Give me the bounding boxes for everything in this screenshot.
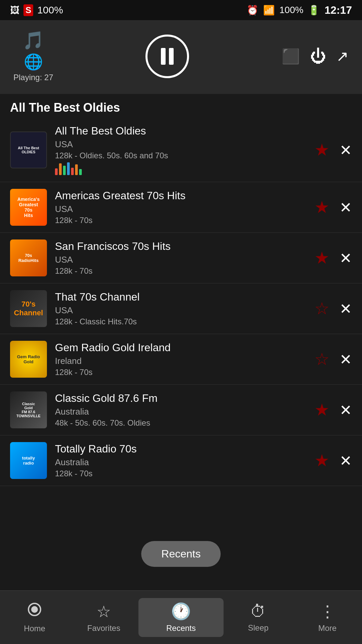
- recents-tooltip: Recents: [141, 541, 221, 567]
- radio-app-icon: S: [23, 4, 33, 16]
- station-country: USA: [55, 255, 314, 265]
- favorite-star-button[interactable]: ☆: [314, 299, 329, 318]
- station-info: All The Best OldiesUSA128k - Oldies. 50s…: [55, 125, 314, 175]
- signal-number: 100%: [37, 4, 63, 16]
- station-info: That 70s ChannelUSA128k - Classic Hits.7…: [55, 291, 314, 326]
- station-logo: America's Greatest 70s Hits: [10, 189, 47, 226]
- favorite-star-button[interactable]: ★: [314, 198, 329, 217]
- section-title: All The Best Oldies: [0, 94, 362, 118]
- stop-button[interactable]: ⬛: [282, 48, 300, 65]
- battery-icon: 🔋: [308, 5, 320, 16]
- bottom-nav: Home ☆ Favorites 🕐 Recents ⏱ Sleep ⋮ Mor…: [0, 590, 362, 644]
- station-item[interactable]: All The Best OLDIESAll The Best OldiesUS…: [0, 118, 362, 182]
- remove-station-button[interactable]: ✕: [340, 250, 352, 267]
- station-bitrate: 48k - 50s. 60s. 70s. Oldies: [55, 418, 314, 428]
- station-info: Classic Gold 87.6 FmAustralia48k - 50s. …: [55, 392, 314, 428]
- player-center: [145, 35, 189, 78]
- station-info: Americas Greatest 70s HitsUSA128k - 70s: [55, 190, 314, 225]
- station-country: USA: [55, 139, 314, 150]
- battery-text: 100%: [280, 5, 304, 15]
- favorite-star-button[interactable]: ★: [314, 248, 329, 268]
- nav-sleep[interactable]: ⏱ Sleep: [224, 602, 293, 633]
- remove-station-button[interactable]: ✕: [340, 452, 352, 469]
- svg-point-1: [32, 607, 37, 612]
- player-left-group: 🎵 🌐 Playing: 27: [13, 30, 53, 82]
- station-bitrate: 128k - 70s: [55, 469, 314, 478]
- player-controls-row: 🎵 🌐 Playing: 27 ⬛ ⏻ ↗: [13, 30, 349, 82]
- globe-icon[interactable]: 🌐: [24, 53, 43, 71]
- station-item[interactable]: 70s RadioHitsSan Franciscos 70s HitsUSA1…: [0, 233, 362, 283]
- station-logo: All The Best OLDIES: [10, 131, 47, 168]
- nav-more[interactable]: ⋮ More: [293, 602, 362, 633]
- station-info: Totally Radio 70sAustralia128k - 70s: [55, 443, 314, 478]
- station-name: That 70s Channel: [55, 291, 314, 303]
- station-name: Totally Radio 70s: [55, 443, 314, 455]
- station-bitrate: 128k - Classic Hits.70s: [55, 317, 314, 326]
- station-actions: ★✕: [314, 248, 352, 268]
- photo-icon: 🖼: [10, 5, 19, 16]
- alarm-icon: ⏰: [247, 5, 258, 16]
- status-right: ⏰ 📶 100% 🔋 12:17: [247, 4, 352, 16]
- pause-button[interactable]: [145, 35, 189, 78]
- station-list: All The Best OLDIESAll The Best OldiesUS…: [0, 118, 362, 486]
- station-country: Australia: [55, 407, 314, 417]
- nav-favorites[interactable]: ☆ Favorites: [69, 602, 138, 633]
- status-bar: 🖼 S 100% ⏰ 📶 100% 🔋 12:17: [0, 0, 362, 20]
- station-info: Gem Radio Gold IrelandIreland128k - 70s: [55, 341, 314, 377]
- pause-icon: [161, 48, 174, 65]
- wifi-icon: 📶: [263, 5, 275, 16]
- nav-more-label: More: [318, 624, 337, 633]
- station-logo: totally radio: [10, 442, 47, 479]
- player-header: 🎵 🌐 Playing: 27 ⬛ ⏻ ↗: [0, 20, 362, 94]
- sleep-icon: ⏱: [250, 602, 266, 621]
- remove-station-button[interactable]: ✕: [340, 300, 352, 317]
- remove-station-button[interactable]: ✕: [340, 199, 352, 216]
- station-item[interactable]: Classic Gold FM 87.6 TOWNSVILLEClassic G…: [0, 385, 362, 435]
- station-item[interactable]: 70's ChannelThat 70s ChannelUSA128k - Cl…: [0, 283, 362, 334]
- station-logo: Gem Radio Gold: [10, 341, 47, 378]
- music-note-icon[interactable]: 🎵: [22, 30, 44, 51]
- station-bitrate: 128k - 70s: [55, 266, 314, 276]
- station-item[interactable]: Gem Radio GoldGem Radio Gold IrelandIrel…: [0, 334, 362, 385]
- nav-sleep-label: Sleep: [248, 623, 268, 633]
- station-country: USA: [55, 305, 314, 316]
- favorite-star-button[interactable]: ★: [314, 400, 329, 420]
- station-country: USA: [55, 204, 314, 214]
- station-bitrate: 128k - 70s: [55, 216, 314, 225]
- home-icon: [26, 601, 43, 621]
- nav-recents-label: Recents: [166, 624, 196, 633]
- station-actions: ☆✕: [314, 350, 352, 369]
- station-country: Australia: [55, 457, 314, 468]
- favorite-star-button[interactable]: ★: [314, 451, 329, 470]
- nav-favorites-label: Favorites: [87, 624, 120, 633]
- station-actions: ★✕: [314, 400, 352, 420]
- more-icon: ⋮: [319, 602, 336, 621]
- recents-icon: 🕐: [171, 602, 191, 621]
- equalizer-bars: [55, 162, 314, 175]
- playing-label: Playing: 27: [13, 73, 53, 82]
- remove-station-button[interactable]: ✕: [340, 351, 352, 368]
- player-right-group: ⬛ ⏻ ↗: [282, 47, 349, 65]
- remove-station-button[interactable]: ✕: [340, 401, 352, 419]
- station-name: San Franciscos 70s Hits: [55, 240, 314, 253]
- remove-station-button[interactable]: ✕: [340, 142, 352, 159]
- station-actions: ★✕: [314, 140, 352, 160]
- station-name: All The Best Oldies: [55, 125, 314, 137]
- station-logo: 70s RadioHits: [10, 239, 47, 276]
- station-logo: Classic Gold FM 87.6 TOWNSVILLE: [10, 391, 47, 428]
- station-name: Americas Greatest 70s Hits: [55, 190, 314, 202]
- power-button[interactable]: ⏻: [310, 47, 326, 65]
- station-actions: ★✕: [314, 198, 352, 217]
- station-actions: ★✕: [314, 451, 352, 470]
- station-actions: ☆✕: [314, 299, 352, 318]
- nav-recents[interactable]: 🕐 Recents: [138, 598, 224, 637]
- station-bitrate: 128k - Oldies. 50s. 60s and 70s: [55, 151, 314, 160]
- favorite-star-button[interactable]: ☆: [314, 350, 329, 369]
- share-button[interactable]: ↗: [336, 48, 349, 65]
- nav-home[interactable]: Home: [0, 601, 69, 633]
- station-logo: 70's Channel: [10, 290, 47, 327]
- station-item[interactable]: America's Greatest 70s HitsAmericas Grea…: [0, 182, 362, 233]
- station-item[interactable]: totally radioTotally Radio 70sAustralia1…: [0, 435, 362, 486]
- content-area: 🎵 🌐 Playing: 27 ⬛ ⏻ ↗ All T: [0, 20, 362, 590]
- favorite-star-button[interactable]: ★: [314, 140, 329, 160]
